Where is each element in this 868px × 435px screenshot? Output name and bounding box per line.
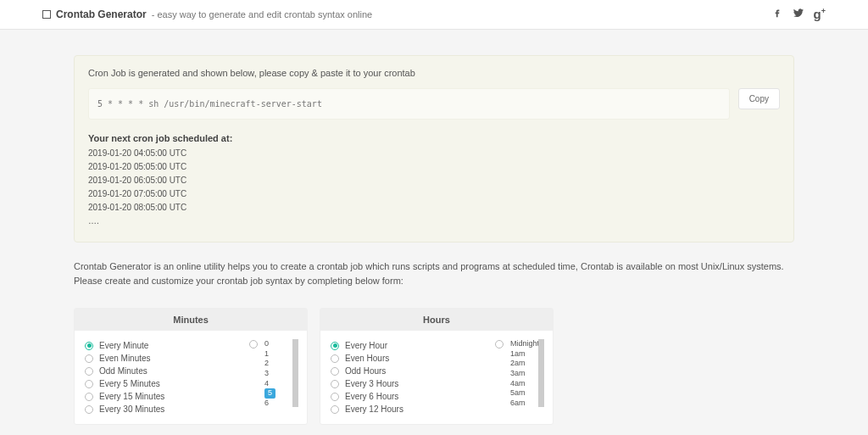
result-box: Cron Job is generated and shown below, p… [74,55,794,243]
panel-hours: HoursEvery HourEven HoursOdd HoursEvery … [320,308,554,425]
radio-icon [85,393,93,401]
values-list[interactable]: 012345678 [263,339,298,407]
option-minutes[interactable]: Every 15 Minutes [85,390,256,403]
radio-icon [331,354,339,363]
logo-icon [42,10,51,19]
option-minutes[interactable]: Every Minute [85,339,256,352]
panel-minutes: MinutesEvery MinuteEven MinutesOdd Minut… [74,308,308,425]
value-item[interactable]: 5am [510,388,538,399]
cron-output[interactable]: 5 * * * * sh /usr/bin/minecraft-server-s… [88,88,730,120]
radio-icon[interactable] [495,340,504,349]
option-label: Every 15 Minutes [99,392,164,401]
googleplus-icon[interactable]: g+ [814,7,826,22]
schedule-list: 2019-01-20 04:05:00 UTC 2019-01-20 05:05… [88,147,780,228]
value-item[interactable]: 3 [264,369,292,379]
schedule-title: Your next cron job scheduled at: [88,133,780,143]
value-item[interactable]: 6 [264,399,292,407]
brand: Crontab Generator - easy way to generate… [42,8,372,20]
radio-icon [331,405,339,414]
option-minutes[interactable]: Every 30 Minutes [85,403,256,415]
radio-icon [331,367,339,376]
value-item[interactable]: 1am [510,349,538,360]
top-bar: Crontab Generator - easy way to generate… [0,0,868,30]
value-item[interactable]: 6am [510,399,538,407]
schedule-item: 2019-01-20 06:05:00 UTC [88,174,780,187]
value-item[interactable]: 3am [510,369,538,379]
value-item[interactable]: 2 [264,359,292,369]
option-label: Every 30 Minutes [99,404,164,414]
radio-icon[interactable] [249,340,258,349]
copy-button[interactable]: Copy [738,88,780,109]
option-hours[interactable]: Even Hours [331,352,502,365]
schedule-item: 2019-01-20 05:05:00 UTC [88,160,780,174]
option-label: Even Minutes [99,354,151,363]
option-hours[interactable]: Every Hour [331,339,502,352]
values-list[interactable]: Midnight1am2am3am4am5am6am7am8am [509,339,544,407]
option-label: Odd Hours [345,366,386,376]
option-label: Every Hour [345,341,387,350]
radio-icon [85,380,93,388]
twitter-icon[interactable] [792,7,805,22]
main: Cron Job is generated and shown below, p… [65,55,803,435]
radio-icon [331,342,339,350]
option-minutes[interactable]: Every 5 Minutes [85,377,256,390]
site-title: Crontab Generator [56,8,147,20]
result-notice: Cron Job is generated and shown below, p… [88,68,780,78]
value-item[interactable]: Midnight [510,339,538,349]
panel-header: Hours [320,309,553,331]
panel-header: Minutes [75,309,307,331]
value-item[interactable]: 5 [264,388,292,399]
radio-icon [85,405,93,414]
option-hours[interactable]: Odd Hours [331,365,502,377]
radio-icon [85,354,93,363]
schedule-more: …. [88,215,780,228]
option-minutes[interactable]: Odd Minutes [85,365,256,377]
radio-icon [331,380,339,388]
schedule-item: 2019-01-20 04:05:00 UTC [88,147,780,160]
social-links: g+ [771,7,826,22]
value-item[interactable]: 2am [510,359,538,369]
site-tagline: - easy way to generate and edit crontab … [152,9,373,20]
option-label: Every 12 Hours [345,404,403,414]
value-item[interactable]: 1 [264,349,292,360]
option-label: Every 5 Minutes [99,379,160,388]
option-label: Every Minute [99,341,148,350]
radio-icon [85,342,93,350]
radio-icon [85,367,93,376]
schedule-item: 2019-01-20 08:05:00 UTC [88,201,780,215]
option-label: Odd Minutes [99,366,147,376]
value-item[interactable]: 4 [264,379,292,389]
description: Crontab Generator is an online utility h… [74,259,794,287]
option-minutes[interactable]: Even Minutes [85,352,256,365]
option-hours[interactable]: Every 6 Hours [331,390,502,403]
facebook-icon[interactable] [771,7,783,22]
option-label: Every 3 Hours [345,379,398,388]
panels: MinutesEvery MinuteEven MinutesOdd Minut… [74,308,794,435]
option-label: Even Hours [345,354,389,363]
option-label: Every 6 Hours [345,392,398,401]
value-item[interactable]: 0 [264,339,292,349]
schedule-item: 2019-01-20 07:05:00 UTC [88,187,780,201]
option-hours[interactable]: Every 12 Hours [331,403,502,415]
option-hours[interactable]: Every 3 Hours [331,377,502,390]
value-item[interactable]: 4am [510,379,538,389]
radio-icon [331,393,339,401]
